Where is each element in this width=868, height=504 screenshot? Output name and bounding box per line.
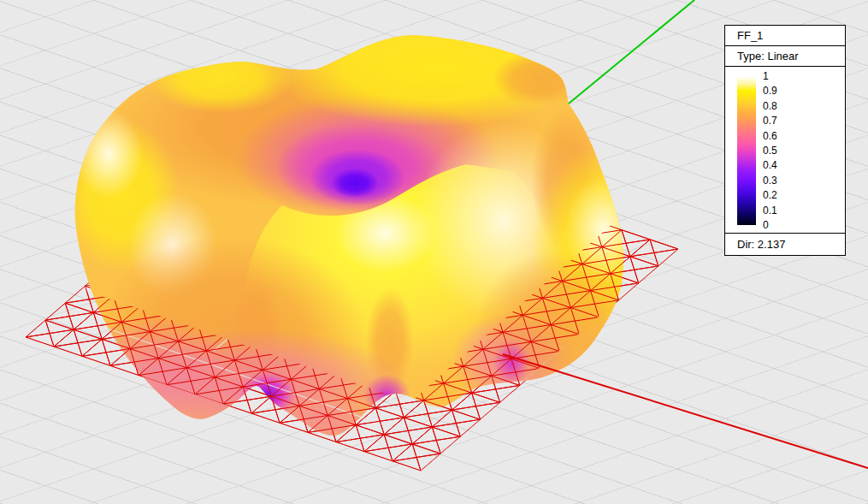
y-axis-line (569, 0, 694, 104)
colorbar-tick: 0.1 (763, 204, 814, 217)
colorbar-tick: 0.8 (763, 99, 814, 113)
colorbar-tick: 0.6 (763, 129, 814, 143)
x-axis-line (503, 354, 868, 468)
colorbar-tick: 0.7 (763, 114, 814, 127)
colorbar-tick: 0.5 (763, 144, 814, 157)
legend-panel[interactable]: FF_1 Type: Linear 10.90.80.70.60.50.40.3… (724, 25, 846, 256)
colorbar-gradient (737, 76, 756, 225)
colorbar-tick: 1 (763, 69, 814, 83)
legend-directivity: Dir: 2.137 (724, 233, 846, 256)
viewport-3d[interactable]: FF_1 Type: Linear 10.90.80.70.60.50.40.3… (0, 0, 868, 504)
legend-type: Type: Linear (724, 45, 846, 67)
colorbar-tick: 0.2 (763, 188, 814, 202)
colorbar-ticks: 10.90.80.70.60.50.40.30.20.10 (763, 69, 814, 232)
colorbar-tick: 0 (763, 218, 814, 232)
colorbar-tick: 0.3 (763, 174, 814, 187)
legend-colorbar: 10.90.80.70.60.50.40.30.20.10 (724, 66, 846, 234)
colorbar-tick: 0.9 (763, 84, 814, 98)
colorbar-tick: 0.4 (763, 158, 814, 172)
legend-title: FF_1 (724, 25, 846, 46)
